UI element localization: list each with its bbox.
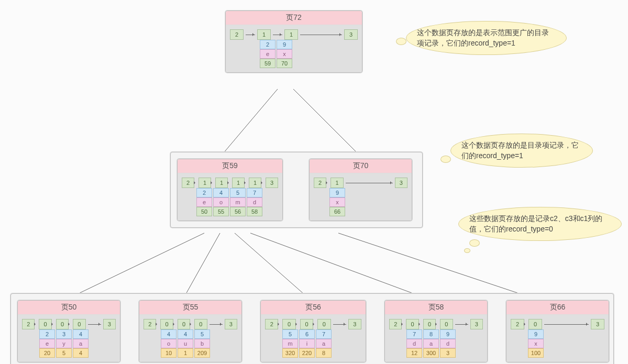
svg-line-0 [220,89,278,157]
slot-cell: 1 [330,178,343,188]
svg-line-8 [338,233,534,299]
record-col: 9 x 70 [277,40,292,68]
page-50: 页50 2 0 0 0 3 2e20 3y5 4a4 [17,300,120,362]
svg-line-5 [183,233,220,299]
slot-cell: 2 [22,319,35,329]
slot-cell: 1 [257,29,271,40]
slot-cell: 0 [194,319,207,329]
record-col: 2 e 59 [260,40,276,68]
slot-cell: 0 [528,319,542,329]
slot-cell: 1 [215,178,228,188]
page-66: 页66 2 0 3 9x100 [506,300,609,362]
page-55: 页55 2 0 0 0 3 4o10 4u1 5b209 [139,300,242,362]
slot-cell: 0 [440,319,453,329]
slot-cell: 2 [314,178,326,188]
slot-cell: 3 [591,319,604,329]
slot-cell: 1 [284,29,298,40]
slot-cell: 3 [266,178,278,188]
slot-cell: 0 [160,319,173,329]
slot-cell: 0 [406,319,418,329]
page-72: 页72 2 1 1 3 2 e 59 9 x 70 [225,10,362,73]
slot-cell: 1 [199,178,211,188]
page-title: 页58 [385,301,487,315]
slot-cell: 0 [39,319,51,329]
slot-cell: 0 [300,319,313,329]
page-70: 页70 2 1 3 9x66 [309,159,412,221]
mid-level-box: 页59 2 1 1 1 1 3 2e50 4o55 5m56 7d58 [170,152,423,228]
slot-cell: 2 [389,319,402,329]
page-title: 页55 [139,301,241,315]
slot-cell: 0 [73,319,85,329]
page-title: 页59 [178,159,282,173]
callout-mid: 这个数据页存放的是目录项记录，它们的record_type=1 [450,134,593,168]
leaf-level-box: 页50 2 0 0 0 3 2e20 3y5 4a4 页55 [10,293,614,364]
callout-root: 这个数据页存放的是表示范围更广的目录项记录，它们的record_type=1 [406,21,567,55]
callout-leaf: 这些数据页存放的是记录c2、c3和c1列的值，它们的record_type=0 [458,207,622,241]
slot-cell: 0 [282,319,295,329]
slot-cell: 0 [423,319,436,329]
page-title: 页66 [506,301,609,315]
slot-cell: 1 [249,178,261,188]
slot-cell: 2 [230,29,244,40]
slot-cell: 0 [178,319,190,329]
page-title: 页50 [18,301,120,315]
slot-cell: 3 [348,319,361,329]
slot-cell: 2 [511,319,524,329]
slot-cell: 0 [56,319,69,329]
svg-line-1 [293,89,361,157]
slot-cell: 2 [144,319,156,329]
page-title: 页72 [226,11,362,25]
svg-line-6 [235,233,309,299]
slot-cell: 0 [317,319,330,329]
slot-cell: 3 [470,319,483,329]
svg-line-7 [250,233,427,299]
page-59: 页59 2 1 1 1 1 3 2e50 4o55 5m56 7d58 [177,159,283,221]
page-56: 页56 2 0 0 0 3 5m320 6i220 7a8 [260,300,366,362]
slot-cell: 2 [182,178,194,188]
slot-cell: 3 [103,319,116,329]
slot-cell: 2 [265,319,278,329]
slot-cell: 3 [344,29,358,40]
page-title: 页70 [310,159,412,173]
slot-cell: 1 [232,178,245,188]
slot-cell: 3 [225,319,237,329]
svg-line-4 [68,233,204,299]
slot-cell: 3 [395,178,407,188]
page-title: 页56 [261,301,366,315]
page-58: 页58 2 0 0 0 3 7d12 8a300 9d3 [384,300,488,362]
